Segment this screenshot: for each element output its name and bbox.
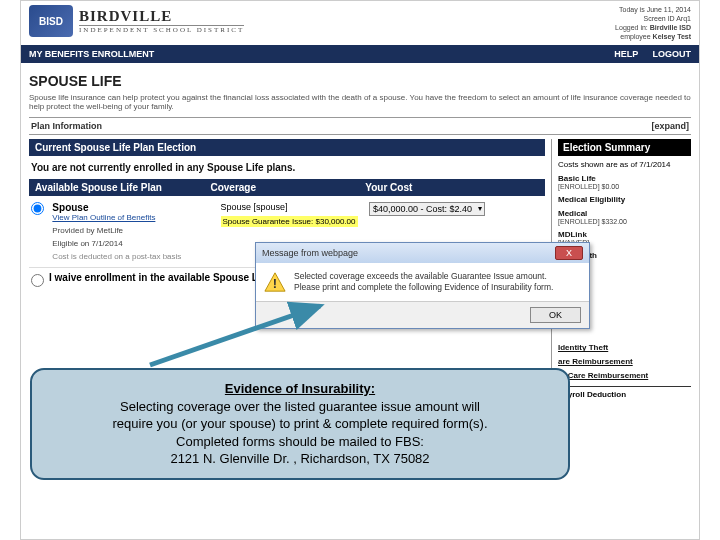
meta-logged: Birdville ISD — [650, 24, 691, 31]
plan-eligible: Eligible on 7/1/2014 — [52, 239, 212, 248]
header-meta: Today is June 11, 2014 Screen ID Arq1 Lo… — [615, 5, 691, 41]
plan-provided: Provided by MetLife — [52, 226, 212, 235]
logo-sub: INDEPENDENT SCHOOL DISTRICT — [79, 25, 244, 34]
guarantee-issue: Spouse Guarantee Issue: $30,000.00 — [221, 216, 358, 227]
plan-basis: Cost is deducted on a post-tax basis — [52, 252, 212, 261]
meta-today-label: Today is — [619, 6, 645, 13]
logo-badge: BISD — [29, 5, 73, 37]
sum-medical-s: [ENROLLED] $332.00 — [558, 218, 691, 225]
sum-medical: Medical — [558, 209, 691, 218]
nav-help[interactable]: HELP — [614, 49, 638, 59]
callout-title: Evidence of Insurability: — [46, 380, 554, 398]
sum-link1[interactable]: are Reimbursement — [558, 357, 691, 366]
summary-title: Election Summary — [558, 139, 691, 156]
evidence-callout: Evidence of Insurability: Selecting cove… — [30, 368, 570, 480]
logo: BISD BIRDVILLE INDEPENDENT SCHOOL DISTRI… — [29, 5, 244, 37]
current-election-bar: Current Spouse Life Plan Election — [29, 139, 545, 156]
available-header: Available Spouse Life Plan Coverage Your… — [29, 179, 545, 196]
sum-med-elig: Medical Eligibility — [558, 195, 691, 204]
logo-main: BIRDVILLE — [79, 8, 244, 25]
meta-logged-label: Logged in: — [615, 24, 648, 31]
callout-l1: Selecting coverage over the listed guara… — [46, 398, 554, 416]
plan-radio-waive[interactable] — [31, 274, 44, 287]
sum-basic-life: Basic Life — [558, 174, 691, 183]
navbar: MY BENEFITS ENROLLMENT HELP LOGOUT — [21, 45, 699, 63]
col-plan-header: Available Spouse Life Plan — [29, 179, 204, 196]
col-coverage-header: Coverage — [204, 179, 359, 196]
expand-link[interactable]: [expand] — [651, 121, 689, 131]
plan-info-label: Plan Information — [31, 121, 102, 131]
coverage-select[interactable]: $40,000.00 - Cost: $2.40 — [369, 202, 485, 216]
dialog-close-button[interactable]: X — [555, 246, 583, 260]
sum-identity[interactable]: Identity Theft — [558, 343, 691, 352]
summary-asof: Costs shown are as of 7/1/2014 — [558, 160, 671, 169]
coverage-label: Spouse [spouse] — [221, 202, 361, 212]
sum-basic-life-s: [ENROLLED] $0.00 — [558, 183, 691, 190]
meta-emp-label: employee — [620, 33, 650, 40]
svg-text:!: ! — [273, 276, 277, 291]
sum-link2[interactable]: n: Care Reimbursement — [558, 371, 691, 380]
sum-payroll: Payroll Deduction — [558, 386, 691, 399]
meta-emp: Kelsey Test — [653, 33, 691, 40]
nav-logout[interactable]: LOGOUT — [653, 49, 692, 59]
warning-icon: ! — [264, 271, 286, 293]
dialog-titlebar: Message from webpage X — [256, 243, 589, 263]
view-plan-link[interactable]: View Plan Outline of Benefits — [52, 213, 212, 222]
meta-screen-label: Screen ID — [644, 15, 675, 22]
content: SPOUSE LIFE Spouse life insurance can he… — [21, 63, 699, 405]
callout-l4: 2121 N. Glenville Dr. , Richardson, TX 7… — [46, 450, 554, 468]
plan-info-bar[interactable]: Plan Information [expand] — [29, 117, 691, 135]
message-dialog: Message from webpage X ! Selected covera… — [255, 242, 590, 329]
plan-radio-spouse[interactable] — [31, 202, 44, 215]
callout-l2: require you (or your spouse) to print & … — [46, 415, 554, 433]
dialog-ok-button[interactable]: OK — [530, 307, 581, 323]
dialog-line2: Please print and complete the following … — [294, 282, 553, 293]
intro-text: Spouse life insurance can help protect y… — [29, 93, 691, 111]
sum-mdlink: MDLink — [558, 230, 691, 239]
callout-l3: Completed forms should be mailed to FBS: — [46, 433, 554, 451]
dialog-message: Selected coverage exceeds the available … — [294, 271, 553, 293]
dialog-line1: Selected coverage exceeds the available … — [294, 271, 553, 282]
meta-today: June 11, 2014 — [647, 6, 691, 13]
page-title: SPOUSE LIFE — [29, 73, 691, 89]
not-enrolled-text: You are not currently enrolled in any Sp… — [29, 156, 545, 179]
nav-left[interactable]: MY BENEFITS ENROLLMENT — [29, 49, 154, 59]
dialog-title: Message from webpage — [262, 248, 358, 258]
plan-name: Spouse — [52, 202, 212, 213]
meta-screen: Arq1 — [676, 15, 691, 22]
col-cost-header: Your Cost — [359, 179, 545, 196]
header: BISD BIRDVILLE INDEPENDENT SCHOOL DISTRI… — [21, 1, 699, 45]
